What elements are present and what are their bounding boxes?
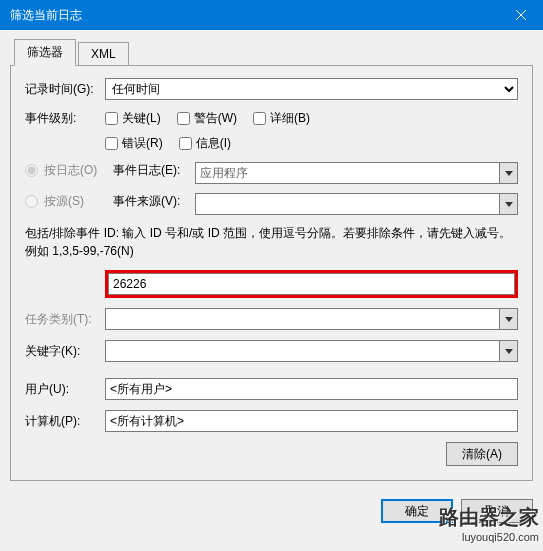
cb-verbose-input[interactable] (253, 112, 266, 125)
radio-by-source-input (25, 195, 38, 208)
cb-warning-input[interactable] (177, 112, 190, 125)
tab-filter[interactable]: 筛选器 (14, 39, 76, 66)
radio-by-log-input (25, 164, 38, 177)
user-input[interactable] (105, 378, 518, 400)
window-title: 筛选当前日志 (10, 7, 498, 24)
dialog-footer: 确定 取消 (0, 489, 543, 533)
close-icon (516, 10, 526, 20)
ok-button[interactable]: 确定 (381, 499, 453, 523)
cb-critical-input[interactable] (105, 112, 118, 125)
event-logs-combo: 应用程序 (195, 162, 518, 184)
chevron-down-icon (499, 309, 517, 329)
event-id-highlight (105, 270, 518, 298)
task-category-label: 任务类别(T): (25, 311, 105, 328)
keywords-label: 关键字(K): (25, 343, 105, 360)
radio-by-source: 按源(S) (25, 193, 113, 210)
cb-warning[interactable]: 警告(W) (177, 110, 237, 127)
radio-by-log: 按日志(O) (25, 162, 113, 179)
cb-error[interactable]: 错误(R) (105, 135, 163, 152)
logged-label: 记录时间(G): (25, 81, 105, 98)
user-label: 用户(U): (25, 381, 105, 398)
cancel-button[interactable]: 取消 (461, 499, 533, 523)
chevron-down-icon[interactable] (499, 194, 517, 214)
logged-select[interactable]: 任何时间 (105, 78, 518, 100)
event-id-hint: 包括/排除事件 ID: 输入 ID 号和/或 ID 范围，使用逗号分隔。若要排除… (25, 224, 518, 260)
keywords-combo[interactable] (105, 340, 518, 362)
tab-xml[interactable]: XML (78, 42, 129, 66)
computer-label: 计算机(P): (25, 413, 105, 430)
event-id-input[interactable] (108, 273, 515, 295)
computer-input[interactable] (105, 410, 518, 432)
event-sources-combo[interactable] (195, 193, 518, 215)
close-button[interactable] (498, 0, 543, 30)
clear-button[interactable]: 清除(A) (446, 442, 518, 466)
cb-information-input[interactable] (179, 137, 192, 150)
event-sources-label: 事件来源(V): (113, 193, 195, 216)
event-logs-label: 事件日志(E): (113, 162, 195, 185)
cb-information[interactable]: 信息(I) (179, 135, 231, 152)
cb-verbose[interactable]: 详细(B) (253, 110, 310, 127)
tab-bar: 筛选器 XML (10, 38, 533, 66)
chevron-down-icon (499, 163, 517, 183)
cb-critical[interactable]: 关键(L) (105, 110, 161, 127)
chevron-down-icon[interactable] (499, 341, 517, 361)
titlebar: 筛选当前日志 (0, 0, 543, 30)
level-label: 事件级别: (25, 110, 105, 127)
cb-error-input[interactable] (105, 137, 118, 150)
task-category-combo (105, 308, 518, 330)
